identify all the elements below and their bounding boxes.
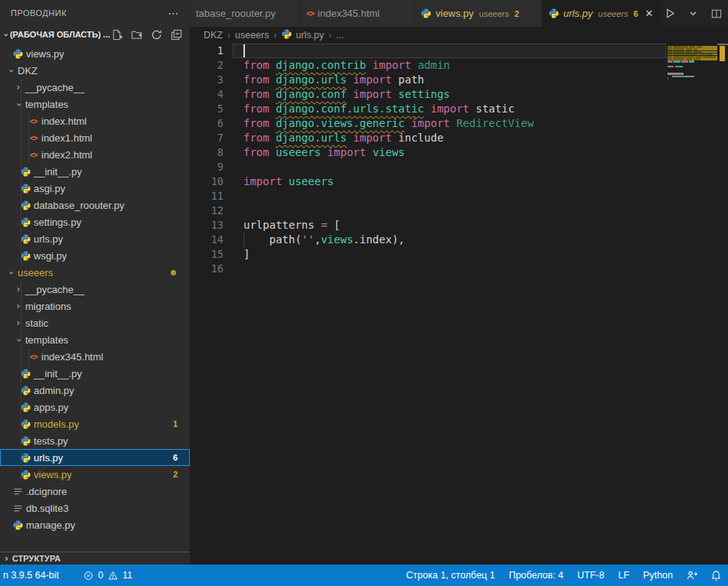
tree-file-wsgi.py[interactable]: wsgi.py (0, 247, 190, 264)
collapse-folders-button[interactable] (170, 28, 183, 41)
explorer-more-actions-icon[interactable]: ⋯ (168, 7, 180, 19)
breadcrumb-item-urls.py[interactable]: urls.py (281, 28, 324, 42)
code-line-8[interactable]: 8from useeers import views (190, 145, 728, 160)
run-options-chevron-icon[interactable] (687, 7, 700, 20)
cursor-position-status[interactable]: Строка 1, столбец 1 (400, 570, 502, 581)
code-line-6[interactable]: 6from django.views.generic import Redire… (190, 116, 728, 131)
notifications-bell-icon[interactable] (704, 570, 728, 581)
minimap[interactable] (668, 44, 717, 565)
refresh-explorer-button[interactable] (150, 28, 163, 41)
tab-urls.py[interactable]: urls.pyuseeers6✕ (542, 0, 663, 27)
tree-file-settings.py[interactable]: settings.py (0, 213, 190, 230)
warning-icon (106, 569, 119, 582)
status-left: n 3.9.5 64-bit 0 11 (0, 569, 132, 582)
code-line-10[interactable]: 10import useeers (190, 174, 728, 189)
tree-folder-__pycache__[interactable]: ›__pycache__ (0, 281, 190, 298)
tree-file-index345.html[interactable]: <>index345.html (0, 348, 190, 365)
breadcrumb-item-useeers[interactable]: useeers (235, 30, 269, 41)
new-folder-button[interactable] (130, 28, 143, 41)
minimap-token (699, 54, 705, 56)
eol-status[interactable]: LF (611, 570, 636, 581)
tree-file-db.sqlite3[interactable]: db.sqlite3 (0, 500, 190, 516)
tree-indent-guide (21, 247, 21, 264)
tree-folder-static[interactable]: ›static (0, 314, 190, 331)
tree-file-views.py[interactable]: views.py2 (0, 466, 190, 483)
code-line-2[interactable]: 2from django.contrib import admin (190, 58, 728, 73)
chevron-down-icon[interactable]: › (5, 65, 17, 76)
tree-file-urls.py[interactable]: urls.py (0, 230, 190, 247)
tree-file-.dcignore[interactable]: .dcignore (0, 483, 190, 500)
python-version-status[interactable]: n 3.9.5 64-bit (3, 570, 59, 581)
breadcrumb-label: DKZ (204, 30, 223, 41)
code-line-11[interactable]: 11 (190, 189, 728, 203)
chevron-right-icon[interactable]: › (12, 284, 24, 295)
code-line-16[interactable]: 16 (190, 262, 728, 276)
new-file-button[interactable] (110, 28, 123, 41)
code-line-7[interactable]: 7from django.urls import include (190, 131, 728, 145)
tree-file-index.html[interactable]: <>index.html (0, 112, 190, 129)
tree-file-__init__.py[interactable]: __init__.py (0, 365, 190, 382)
chevron-right-icon[interactable]: › (12, 317, 24, 328)
chevron-right-icon[interactable]: › (12, 301, 24, 311)
tree-folder-templates[interactable]: ›templates (0, 331, 190, 348)
tree-file-admin.py[interactable]: admin.py (0, 382, 190, 399)
vscode-window: ПРОВОДНИК ⋯ › (РАБОЧАЯ ОБЛАСТЬ) ... view… (0, 0, 728, 586)
tab-tabase_roouter.py[interactable]: tabase_roouter.py (190, 0, 299, 27)
code-token: [ (328, 219, 341, 231)
tree-file-index2.html[interactable]: <>index2.html (0, 146, 190, 163)
outline-section-header[interactable]: › СТРУКТУРА (0, 552, 190, 565)
code-line-15[interactable]: 15] (190, 247, 728, 262)
tree-file-index1.html[interactable]: <>index1.html (0, 129, 190, 146)
split-editor-button[interactable] (710, 7, 723, 20)
tree-file-views.py[interactable]: views.py (0, 45, 190, 62)
run-python-file-button[interactable] (664, 7, 677, 20)
code-editor[interactable]: 12from django.contrib import admin3from … (190, 44, 728, 565)
problems-status[interactable]: 0 11 (82, 569, 132, 582)
tree-file-models.py[interactable]: models.py1 (0, 415, 190, 432)
minimap-token (668, 78, 668, 80)
code-line-5[interactable]: 5from django.conf.urls.static import sta… (190, 102, 728, 116)
code-token (269, 88, 276, 100)
chevron-right-icon[interactable]: › (12, 82, 24, 93)
code-line-13[interactable]: 13urlpatterns = [ (190, 218, 728, 233)
tab-index345.html[interactable]: <>index345.html (300, 0, 413, 27)
tree-folder-templates[interactable]: ›templates (0, 96, 190, 112)
chevron-down-icon[interactable]: › (12, 334, 24, 345)
tree-file-tests.py[interactable]: tests.py (0, 432, 190, 449)
tree-file-__init__.py[interactable]: __init__.py (0, 163, 190, 180)
code-line-1[interactable]: 1 (190, 44, 728, 58)
tree-file-database_roouter.py[interactable]: database_roouter.py (0, 197, 190, 213)
code-line-4[interactable]: 4from django.conf import settings (190, 87, 728, 102)
breadcrumb-item-...[interactable]: ... (336, 30, 344, 41)
tree-indent-guide (21, 213, 21, 230)
code-token: django.conf.urls.static (276, 103, 424, 115)
feedback-icon[interactable] (680, 569, 704, 581)
tree-folder-DKZ[interactable]: ›DKZ (0, 62, 190, 79)
code-token: RedirectView (456, 117, 534, 129)
tree-folder-migrations[interactable]: ›migrations (0, 298, 190, 314)
code-line-12[interactable]: 12 (190, 203, 728, 218)
code-token: django.urls (276, 73, 347, 86)
tree-item-label: index2.html (41, 149, 92, 161)
code-line-14[interactable]: 14 path('',views.index), (190, 233, 728, 247)
tab-views.py[interactable]: views.pyuseeers2 (414, 0, 541, 27)
tree-file-manage.py[interactable]: manage.py (0, 516, 190, 533)
chevron-down-icon[interactable]: › (12, 99, 24, 109)
tree-folder-useeers[interactable]: ›useeers (0, 264, 190, 281)
code-line-9[interactable]: 9 (190, 160, 728, 174)
chevron-down-icon[interactable]: › (5, 267, 17, 278)
tree-file-asgi.py[interactable]: asgi.py (0, 180, 190, 197)
workspace-section-header[interactable]: › (РАБОЧАЯ ОБЛАСТЬ) ... (0, 26, 190, 43)
breadcrumb-item-DKZ[interactable]: DKZ (204, 30, 223, 41)
code-line-3[interactable]: 3from django.urls import path (190, 73, 728, 87)
language-mode-status[interactable]: Python (636, 570, 680, 581)
close-tab-icon[interactable]: ✕ (645, 8, 654, 19)
encoding-status[interactable]: UTF-8 (570, 570, 611, 581)
minimap-line (668, 48, 717, 50)
tree-file-urls.py[interactable]: urls.py6 (0, 449, 190, 466)
indentation-status[interactable]: Пробелов: 4 (502, 570, 570, 581)
tab-bar: tabase_roouter.py<>index345.htmlviews.py… (190, 0, 728, 27)
tree-file-apps.py[interactable]: apps.py (0, 399, 190, 415)
tree-indent-guide (21, 365, 21, 382)
tree-folder-__pycache__[interactable]: ›__pycache__ (0, 79, 190, 96)
